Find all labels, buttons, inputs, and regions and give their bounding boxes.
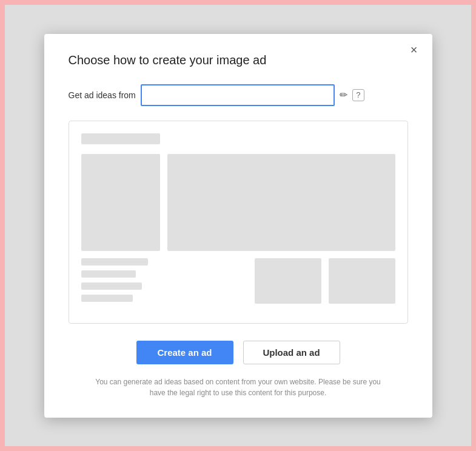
dialog-title: Choose how to create your image ad: [69, 53, 408, 67]
skeleton-line-2: [81, 270, 136, 278]
dialog: × Choose how to create your image ad Get…: [44, 34, 432, 418]
get-ideas-input[interactable]: [141, 84, 335, 106]
pencil-icon[interactable]: ✏: [340, 89, 347, 101]
overlay: × Choose how to create your image ad Get…: [0, 0, 476, 451]
skeleton-title-bar: [81, 133, 160, 144]
skeleton-line-1: [81, 258, 148, 266]
skeleton-line-4: [81, 295, 133, 302]
skeleton-bottom-image-2: [329, 258, 395, 304]
ad-preview-box: [69, 121, 408, 324]
skeleton-text-lines: [81, 258, 247, 304]
upload-ad-button[interactable]: Upload an ad: [243, 341, 340, 364]
skeleton-main-left-image: [81, 154, 160, 251]
buttons-row: Create an ad Upload an ad: [69, 341, 408, 364]
skeleton-main-right-image: [167, 154, 395, 251]
skeleton-line-3: [81, 282, 142, 290]
get-ideas-row: Get ad ideas from ✏ ?: [69, 84, 408, 106]
get-ideas-label: Get ad ideas from: [69, 90, 136, 100]
close-button[interactable]: ×: [407, 42, 421, 57]
create-ad-button[interactable]: Create an ad: [136, 341, 233, 364]
skeleton-bottom-image-1: [255, 258, 321, 304]
help-icon[interactable]: ?: [352, 89, 364, 101]
skeleton-bottom-row: [81, 258, 395, 304]
skeleton-main-row: [81, 154, 395, 251]
footer-text: You can generate ad ideas based on conte…: [93, 376, 384, 398]
